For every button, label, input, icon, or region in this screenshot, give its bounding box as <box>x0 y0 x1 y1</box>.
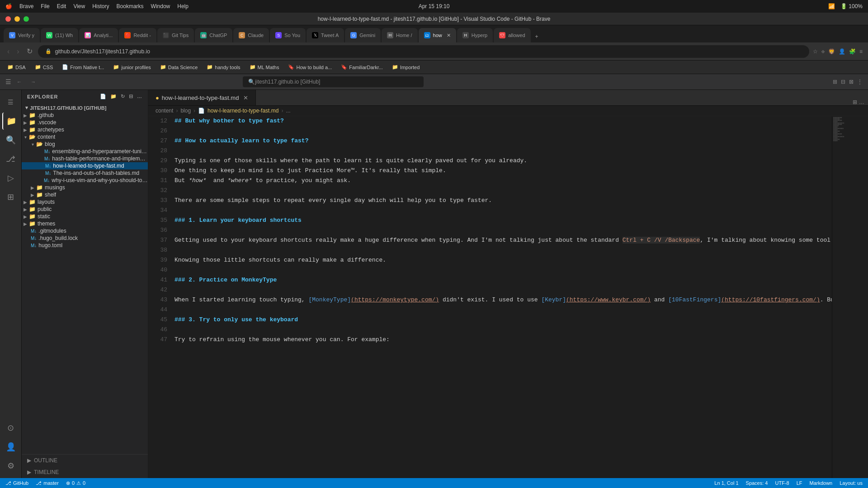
code-line-46[interactable] <box>175 325 832 335</box>
tree-file-the-ins-and-outs-of-hash-table[interactable]: M↓The-ins-and-outs-of-hash-tables.md <box>22 169 148 177</box>
bookmark-junior-profiles[interactable]: 📁junior profiles <box>111 63 152 71</box>
code-line-28[interactable] <box>175 146 832 156</box>
tab-close-button[interactable]: ✕ <box>243 94 248 101</box>
edit-menu[interactable]: Edit <box>57 3 66 9</box>
status-line-col[interactable]: Ln 1, Col 1 <box>714 480 738 486</box>
code-line-41[interactable]: ### 2. Practice on MonkeyType <box>175 275 832 285</box>
activity-explorer-icon[interactable]: 📁 <box>2 113 19 130</box>
apple-icon[interactable]: 🍎 <box>5 3 12 9</box>
bookmark-imported[interactable]: 📁Imported <box>390 63 421 71</box>
minimize-button[interactable] <box>14 16 20 22</box>
activity-account-icon[interactable]: 👤 <box>2 438 19 455</box>
bookmark-handy-tools[interactable]: 📁handy tools <box>205 63 242 71</box>
browser-tab-reddit[interactable]: 🔴Reddit - <box>119 28 156 42</box>
nav-back[interactable]: ← <box>17 79 22 84</box>
tree-file-hugo.toml[interactable]: M↓hugo.toml <box>22 242 148 249</box>
code-line-37[interactable]: Getting used to your keyboard shortcuts … <box>175 235 832 245</box>
menu-icon[interactable]: ≡ <box>859 48 863 55</box>
code-line-39[interactable]: Knowing those little shortcuts can reall… <box>175 255 832 265</box>
bookmark-familiardarkr...[interactable]: 🔖FamiliarDarkr... <box>339 63 385 71</box>
code-line-47[interactable]: Try to refrain using the mouse whenever … <box>175 335 832 345</box>
editor-tab-active[interactable]: ● how-I-learned-to-type-fast.md ✕ <box>148 90 256 105</box>
help-menu[interactable]: Help <box>177 3 189 9</box>
brave-shield-icon[interactable]: 🦁 <box>828 48 835 55</box>
status-language[interactable]: Markdown <box>809 480 832 486</box>
browser-tab-soyou[interactable]: SSo You <box>270 28 306 42</box>
bookmark-data-science[interactable]: 📁Data Science <box>158 63 199 71</box>
back-button[interactable]: ‹ <box>5 46 11 57</box>
repo-header[interactable]: ▾ JITESH117.GITHUB.IO [GITHUB] <box>22 103 148 112</box>
code-line-42[interactable] <box>175 285 832 295</box>
code-line-31[interactable]: But *how* and *where* to practice, you m… <box>175 176 832 186</box>
tree-folder-layouts[interactable]: ▶📁layouts <box>22 198 148 206</box>
bookmark-from-native-t...[interactable]: 📄From Native t... <box>60 63 106 71</box>
code-line-35[interactable]: ### 1. Learn your keyboard shortcuts <box>175 216 832 225</box>
vscode-search-bar[interactable]: 🔍 jitesh117.github.io [GitHub] <box>243 76 424 87</box>
status-github[interactable]: ⎇ GitHub <box>5 480 28 486</box>
browser-tab-home[interactable]: HHome / <box>382 28 417 42</box>
browser-tab-verify[interactable]: VVerify y <box>4 28 40 42</box>
tree-folder-blog[interactable]: ▾📂blog <box>22 141 148 148</box>
bookmark-icon[interactable]: ☆ <box>813 48 818 55</box>
code-line-27[interactable]: ## How to actually learn to type fast? <box>175 136 832 146</box>
split-editor-icon[interactable]: ⊞ <box>853 99 857 105</box>
more-actions-icon[interactable]: … <box>859 99 864 105</box>
activity-search-icon[interactable]: 🔍 <box>2 131 19 149</box>
forward-button[interactable]: › <box>15 46 21 57</box>
tree-file-how-i-learned-to-type-fast.md[interactable]: M↓how-I-learned-to-type-fast.md <box>22 162 148 169</box>
new-tab-button[interactable]: + <box>532 31 542 42</box>
code-editor[interactable]: ## But why bother to type fast?## How to… <box>171 116 832 478</box>
status-spaces[interactable]: Spaces: 4 <box>746 480 768 486</box>
layout-sidebar-icon[interactable]: ⊞ <box>833 79 837 85</box>
code-line-38[interactable] <box>175 245 832 255</box>
file-menu[interactable]: File <box>41 3 49 9</box>
browser-tab-how[interactable]: 🗂how✕ <box>419 28 456 42</box>
extensions-icon[interactable]: 🧩 <box>849 48 856 55</box>
tree-folder-content[interactable]: ▾📂content <box>22 133 148 141</box>
tree-folder-.github[interactable]: ▶📁.github <box>22 112 148 119</box>
window-menu[interactable]: Window <box>151 3 170 9</box>
bookmark-ml-maths[interactable]: 📁ML Maths <box>248 63 281 71</box>
tree-folder-archetypes[interactable]: ▶📁archetypes <box>22 126 148 133</box>
breadcrumb-content[interactable]: content <box>156 108 173 114</box>
activity-settings-icon[interactable]: ⚙ <box>2 457 19 474</box>
tree-file-ensembling-and-hyperparameter-[interactable]: M↓ensembling-and-hyperparameter-tuning..… <box>22 148 148 155</box>
tab-close-how[interactable]: ✕ <box>447 33 451 38</box>
bookmarks-menu[interactable]: Bookmarks <box>117 3 144 9</box>
tree-folder-shelf[interactable]: ▶📁shelf <box>22 191 148 198</box>
tree-folder-static[interactable]: ▶📁static <box>22 213 148 220</box>
refresh-icon[interactable]: ↻ <box>121 94 125 99</box>
view-menu[interactable]: View <box>73 3 85 9</box>
tree-folder-themes[interactable]: ▶📁themes <box>22 220 148 227</box>
code-line-12[interactable]: ## But why bother to type fast? <box>175 116 832 126</box>
status-errors[interactable]: ⊗ 0 ⚠ 0 <box>66 480 85 486</box>
bookmark-css[interactable]: 📁CSS <box>33 63 55 71</box>
browser-tab-hyperp[interactable]: HHyperp <box>457 28 493 42</box>
tree-file-why-i-use-vim-and-why-you-shou[interactable]: M↓why-i-use-vim-and-why-you-should-too.m… <box>22 177 148 184</box>
status-branch[interactable]: ⎇ master <box>36 480 59 486</box>
sidebar-header-icons[interactable]: 📄 📁 ↻ ⊟ … <box>100 94 142 99</box>
new-folder-icon[interactable]: 📁 <box>110 94 117 99</box>
breadcrumb-file[interactable]: how-I-learned-to-type-fast.md <box>208 108 278 114</box>
new-file-icon[interactable]: 📄 <box>100 94 107 99</box>
vscode-menu-icon[interactable]: ☰ <box>5 78 11 85</box>
activity-extensions-icon[interactable]: ⊞ <box>2 188 19 206</box>
more-icon[interactable]: … <box>137 94 142 99</box>
tree-file-hash-table-performance-and-imp[interactable]: M↓hash-table-performance-and-implement..… <box>22 155 148 162</box>
breadcrumb-ellipsis[interactable]: ... <box>286 108 290 114</box>
code-line-43[interactable]: When I started learning touch typing, [M… <box>175 295 832 305</box>
layout-options-icon[interactable]: ⋮ <box>857 79 863 85</box>
layout-editor-icon[interactable]: ⊟ <box>841 79 845 85</box>
code-line-26[interactable] <box>175 126 832 136</box>
browser-tab-chatgpt[interactable]: 🤖ChatGP <box>195 28 232 42</box>
tree-folder-musings[interactable]: ▶📁musings <box>22 184 148 191</box>
browser-tab-analytics[interactable]: 📊Analyti... <box>79 28 118 42</box>
tree-folder-public[interactable]: ▶📁public <box>22 206 148 213</box>
code-line-44[interactable] <box>175 305 832 315</box>
activity-git-icon[interactable]: ⎇ <box>2 150 19 168</box>
bookmark-how-to-build-a...[interactable]: 🔖How to build a... <box>286 63 334 71</box>
address-bar[interactable]: 🔒 github.dev/Jitesh117/jitesh117.github.… <box>38 45 809 58</box>
code-line-36[interactable] <box>175 225 832 235</box>
history-menu[interactable]: History <box>92 3 109 9</box>
tree-file-.hugo_build.lock[interactable]: M↓.hugo_build.lock <box>22 235 148 242</box>
